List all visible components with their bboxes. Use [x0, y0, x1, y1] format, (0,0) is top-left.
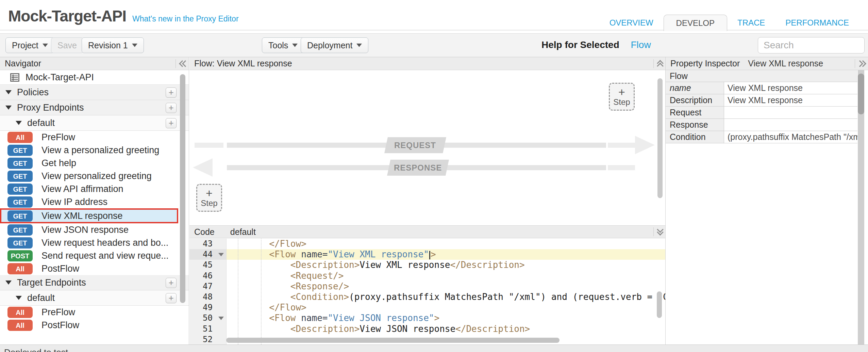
add-button[interactable]: +: [166, 118, 177, 128]
flow-canvas-scrollbar[interactable]: [657, 78, 663, 198]
nav-item-view-request-headers-and-bo[interactable]: GET View request headers and bo...: [0, 236, 189, 249]
flow-diagram-canvas[interactable]: REQUEST RESPONSE + Step + Step: [189, 70, 665, 225]
code-line-content[interactable]: </Flow>: [227, 302, 665, 313]
request-label: REQUEST: [394, 141, 436, 150]
nav-root-item[interactable]: Mock-Target-API: [0, 70, 189, 85]
nav-item-view-ip-address[interactable]: GET View IP address: [0, 195, 189, 208]
property-value-field[interactable]: (proxy.pathsuffix MatchesPath "/xml") an…: [724, 131, 857, 143]
nav-item-label: View JSON response: [41, 225, 129, 235]
method-badge: GET: [7, 183, 33, 195]
collapse-flow-panel-icon[interactable]: [653, 57, 663, 70]
expand-code-panel-icon[interactable]: [653, 226, 663, 238]
code-line-48[interactable]: 48 <Condition>(proxy.pathsuffix MatchesP…: [189, 292, 665, 302]
add-button[interactable]: +: [166, 278, 177, 288]
navigator-scrollbar[interactable]: [180, 74, 185, 303]
property-value-field[interactable]: [724, 119, 857, 131]
nav-section-default[interactable]: default +: [0, 115, 189, 131]
section-toggle-icon[interactable]: [5, 90, 12, 94]
code-horizontal-scrollbar[interactable]: [226, 338, 560, 343]
property-label: Response: [666, 119, 724, 131]
whats-new-link[interactable]: What's new in the Proxy Editor: [132, 14, 238, 23]
nav-item-postflow[interactable]: All PostFlow: [0, 319, 189, 332]
code-line-content[interactable]: <Condition>(proxy.pathsuffix MatchesPath…: [227, 292, 665, 302]
code-line-content[interactable]: </Flow>: [227, 239, 665, 249]
property-scrollbar-thumb[interactable]: [858, 74, 864, 114]
code-line-content[interactable]: <Request/>: [227, 271, 665, 281]
collapse-navigator-icon[interactable]: [176, 57, 186, 70]
code-vertical-scrollbar[interactable]: [657, 291, 662, 318]
search-input[interactable]: [758, 37, 865, 53]
code-file-tab[interactable]: default: [230, 227, 256, 237]
add-button[interactable]: +: [166, 293, 177, 303]
property-value-field[interactable]: [724, 107, 857, 118]
code-line-content[interactable]: <Description>View JSON response</Descrip…: [227, 324, 665, 334]
nav-item-preflow[interactable]: All PreFlow: [0, 306, 189, 319]
deployment-button[interactable]: Deployment: [301, 37, 368, 53]
nav-item-view-json-response[interactable]: GET View JSON response: [0, 223, 189, 236]
add-button[interactable]: +: [166, 103, 177, 113]
section-toggle-icon[interactable]: [5, 281, 12, 285]
code-line-43[interactable]: 43 </Flow>: [189, 239, 665, 249]
nav-section-policies[interactable]: Policies +: [0, 85, 189, 100]
code-line-47[interactable]: 47 <Response/>: [189, 281, 665, 292]
code-line-51[interactable]: 51 <Description>View JSON response</Desc…: [189, 324, 665, 334]
fold-toggle-icon[interactable]: [216, 292, 227, 302]
tab-trace[interactable]: TRACE: [727, 15, 775, 31]
fold-toggle-icon[interactable]: [216, 239, 227, 249]
nav-item-view-personalized-greeting[interactable]: GET View personalized greeting: [0, 170, 189, 182]
section-toggle-icon[interactable]: [16, 121, 22, 125]
section-toggle-icon[interactable]: [5, 106, 12, 110]
code-line-content[interactable]: <Description>View XML response</Descript…: [227, 260, 665, 270]
fold-toggle-icon[interactable]: [216, 271, 227, 281]
revision-button[interactable]: Revision 1: [82, 37, 144, 53]
fold-toggle-icon[interactable]: [216, 334, 227, 345]
fold-toggle-icon[interactable]: [216, 281, 227, 292]
code-line-46[interactable]: 46 <Request/>: [189, 271, 665, 281]
tab-performance[interactable]: PERFORMANCE: [775, 15, 859, 31]
flow-editor-panel: Flow: View XML response REQUEST RESPONSE…: [189, 57, 665, 345]
nav-section-label: default: [27, 293, 55, 303]
code-line-44[interactable]: 44 <Flow name="View XML response">: [189, 249, 665, 260]
nav-item-preflow[interactable]: All PreFlow: [0, 131, 189, 144]
save-button-label: Save: [57, 41, 77, 50]
add-button[interactable]: +: [166, 87, 177, 98]
tools-button[interactable]: Tools: [262, 37, 304, 53]
fold-toggle-icon[interactable]: [216, 260, 227, 270]
tab-overview[interactable]: OVERVIEW: [599, 15, 664, 31]
fold-toggle-icon[interactable]: [216, 249, 227, 260]
nav-item-send-request-and-view-reque[interactable]: POST Send request and view reque...: [0, 249, 189, 262]
fold-toggle-icon[interactable]: [216, 324, 227, 334]
tab-develop[interactable]: DEVELOP: [664, 15, 727, 31]
response-label: RESPONSE: [394, 163, 442, 173]
help-flow-link[interactable]: Flow: [631, 39, 651, 50]
save-button[interactable]: Save: [51, 37, 83, 53]
collapse-property-inspector-icon[interactable]: [855, 57, 865, 70]
nav-item-view-xml-response[interactable]: GET View XML response: [0, 208, 178, 223]
nav-section-label: Policies: [17, 87, 49, 98]
nav-item-view-a-personalized-greeting[interactable]: GET View a personalized greeting: [0, 144, 189, 157]
code-line-content[interactable]: <Flow name="View JSON response">: [227, 313, 665, 323]
property-value-field[interactable]: View XML response: [724, 94, 857, 106]
method-badge: GET: [7, 171, 33, 182]
add-step-request-button[interactable]: + Step: [609, 83, 635, 111]
method-badge: GET: [7, 145, 33, 156]
code-line-49[interactable]: 49 </Flow>: [189, 302, 665, 313]
nav-section-default[interactable]: default +: [0, 290, 189, 306]
nav-item-get-help[interactable]: GET Get help: [0, 157, 189, 170]
property-row-response: Response: [666, 119, 857, 131]
code-line-45[interactable]: 45 <Description>View XML response</Descr…: [189, 260, 665, 270]
section-toggle-icon[interactable]: [16, 296, 22, 300]
code-editor[interactable]: 43 </Flow> 44 <Flow name="View XML respo…: [189, 239, 665, 345]
add-step-response-button[interactable]: + Step: [196, 184, 222, 212]
nav-item-view-api-affirmation[interactable]: GET View API affirmation: [0, 182, 189, 195]
nav-section-target-endpoints[interactable]: Target Endpoints +: [0, 275, 189, 290]
property-value-field[interactable]: View XML response: [724, 82, 857, 94]
code-line-content[interactable]: <Response/>: [227, 281, 665, 292]
nav-section-proxy-endpoints[interactable]: Proxy Endpoints +: [0, 100, 189, 115]
project-button[interactable]: Project: [5, 37, 54, 53]
code-line-50[interactable]: 50 <Flow name="View JSON response">: [189, 313, 665, 323]
fold-toggle-icon[interactable]: [216, 302, 227, 313]
nav-item-postflow[interactable]: All PostFlow: [0, 262, 189, 275]
fold-toggle-icon[interactable]: [216, 313, 227, 323]
code-line-content[interactable]: <Flow name="View XML response">: [227, 249, 665, 260]
